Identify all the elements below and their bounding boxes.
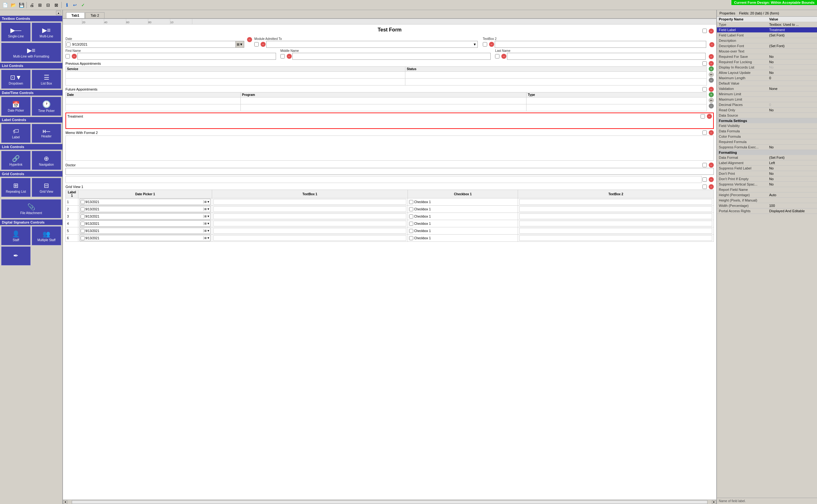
prev-appt-remove-btn[interactable]: − xyxy=(709,61,714,66)
date-checkbox[interactable] xyxy=(66,42,70,47)
date-remove-btn[interactable]: − xyxy=(247,37,252,42)
gv1-textbox2-input[interactable] xyxy=(519,221,712,226)
gv1-row-date[interactable]: 9/13/2021 ⊞▼ xyxy=(78,198,212,206)
grid3-button[interactable]: ⊠ xyxy=(53,1,60,9)
staff-control[interactable]: 👤 Staff xyxy=(1,226,31,245)
gv1-row-textbox1[interactable] xyxy=(212,206,408,213)
gv1-row-date[interactable]: 9/13/2021 ⊞▼ xyxy=(78,235,212,242)
memo-textarea[interactable] xyxy=(65,136,714,161)
treatment-remove-btn[interactable]: − xyxy=(707,114,712,119)
gv1-date-checkbox[interactable] xyxy=(81,207,85,211)
gv1-row-textbox2[interactable] xyxy=(518,235,714,242)
scroll-up-btn[interactable]: ▲ xyxy=(56,11,61,15)
multi-line-control[interactable]: ▶≡ Multi-Line xyxy=(32,23,61,42)
gv1-row-date[interactable]: 9/13/2021 ⊞▼ xyxy=(78,220,212,227)
gv1-textbox1-input[interactable] xyxy=(214,199,406,205)
save-button[interactable]: 💾 xyxy=(18,1,25,9)
gv1-date-btn[interactable]: ⊞▼ xyxy=(203,200,210,203)
gv1-textbox2-input[interactable] xyxy=(519,206,712,212)
gv1-row-checkbox1[interactable]: Checkbox 1 xyxy=(408,198,518,206)
future-appt-remove-btn[interactable]: − xyxy=(709,87,714,92)
date-picker-btn[interactable]: ⊞▼ xyxy=(236,41,244,47)
treatment-input-area[interactable] xyxy=(66,119,713,128)
future-appt-add-btn[interactable]: + xyxy=(709,92,714,97)
gv1-row-checkbox1[interactable]: Checkbox 1 xyxy=(408,206,518,213)
gv1-date-checkbox[interactable] xyxy=(81,229,85,233)
grid-view-control[interactable]: ⊟ Grid View xyxy=(32,178,61,197)
scroll-left-btn[interactable]: ◄ xyxy=(63,500,67,504)
gv1-textbox2-input[interactable] xyxy=(519,235,712,241)
gv1-checkbox1[interactable] xyxy=(409,229,413,233)
gv1-textbox1-input[interactable] xyxy=(214,213,406,219)
gv1-textbox2-input[interactable] xyxy=(519,199,712,205)
scrollbar-track[interactable] xyxy=(72,500,708,504)
multi-line-format-control[interactable]: ▶≡ Multi-Line with Formatting xyxy=(1,43,61,62)
prev-appt-minus-btn[interactable]: − xyxy=(709,78,714,83)
future-appt-edit-btn[interactable]: ✏ xyxy=(709,98,714,103)
prev-appt-add-btn[interactable]: + xyxy=(709,66,714,71)
gv1-row-textbox1[interactable] xyxy=(212,220,408,227)
doctor-remove-btn[interactable]: − xyxy=(709,163,714,168)
gv1-date-checkbox[interactable] xyxy=(81,214,85,219)
gv1-textbox1-input[interactable] xyxy=(214,228,406,234)
grid1-button[interactable]: ⊞ xyxy=(36,1,44,9)
gv1-textbox1-input[interactable] xyxy=(214,221,406,226)
gv1-row-textbox2[interactable] xyxy=(518,213,714,220)
tab-tab2[interactable]: Tab 2 xyxy=(85,12,104,18)
gv1-row-textbox1[interactable] xyxy=(212,227,408,235)
empty-row-checkbox[interactable] xyxy=(703,177,707,182)
gv1-row-checkbox1[interactable]: Checkbox 1 xyxy=(408,213,518,220)
future-appt-checkbox[interactable] xyxy=(703,87,707,91)
gv1-textbox1-input[interactable] xyxy=(214,206,406,212)
gv1-date-checkbox[interactable] xyxy=(81,222,85,226)
treatment-input[interactable] xyxy=(67,120,712,127)
label-control[interactable]: 🏷 Label xyxy=(1,124,31,143)
gv1-row-textbox2[interactable] xyxy=(518,206,714,213)
gv1-date-btn[interactable]: ⊞▼ xyxy=(203,208,210,211)
module-dropdown[interactable]: ▼ xyxy=(266,41,478,48)
gv1-row-textbox2[interactable] xyxy=(518,198,714,206)
gv1-date-checkbox[interactable] xyxy=(81,200,85,204)
form-title-checkbox[interactable] xyxy=(703,29,707,33)
textbox2-input[interactable] xyxy=(495,41,706,48)
gv1-row-checkbox1[interactable]: Checkbox 1 xyxy=(408,235,518,242)
gv1-row-textbox2[interactable] xyxy=(518,220,714,227)
gv1-row-date[interactable]: 9/13/2021 ⊞▼ xyxy=(78,206,212,213)
gv1-textbox2-input[interactable] xyxy=(519,213,712,219)
lastname-checkbox[interactable] xyxy=(495,54,499,58)
scroll-right-btn[interactable]: ► xyxy=(712,500,716,504)
middlename-input[interactable] xyxy=(292,53,491,60)
empty-field[interactable] xyxy=(65,176,702,183)
gv1-date-btn[interactable]: ⊞▼ xyxy=(203,229,210,232)
gv1-row-checkbox1[interactable]: Checkbox 1 xyxy=(408,227,518,235)
memo-remove-btn[interactable]: − xyxy=(709,130,714,135)
doctor-checkbox[interactable] xyxy=(703,163,707,167)
bottom-scrollbar[interactable]: ◄ ► xyxy=(63,500,716,504)
grid2-button[interactable]: ⊟ xyxy=(44,1,52,9)
gv1-checkbox1[interactable] xyxy=(409,236,413,240)
middlename-remove-btn[interactable]: − xyxy=(287,54,292,59)
gv1-checkbox1[interactable] xyxy=(409,200,413,204)
listbox-control[interactable]: ☰ List Box xyxy=(32,70,61,89)
gv1-row-textbox2[interactable] xyxy=(518,227,714,235)
form-title-remove-btn[interactable]: − xyxy=(709,29,714,34)
gv1-row-date[interactable]: 9/13/2021 ⊞▼ xyxy=(78,213,212,220)
gv1-row-textbox1[interactable] xyxy=(212,213,408,220)
single-line-control[interactable]: ▶— Single-Line xyxy=(1,23,31,42)
lastname-row-remove-btn[interactable]: − xyxy=(501,54,506,59)
navigation-control[interactable]: ⊕ Navigation xyxy=(32,151,61,170)
print-button[interactable]: 🖨 xyxy=(28,1,36,9)
doctor-input[interactable] xyxy=(65,168,714,175)
grid-view1-checkbox[interactable] xyxy=(703,185,707,189)
gv1-date-btn[interactable]: ⊞▼ xyxy=(203,215,210,218)
tab-tab1[interactable]: Tab1 xyxy=(66,12,85,18)
gv1-row-textbox1[interactable] xyxy=(212,235,408,242)
gv1-textbox2-input[interactable] xyxy=(519,228,712,234)
prev-appt-edit-btn[interactable]: ✏ xyxy=(709,72,714,77)
gv1-date-checkbox[interactable] xyxy=(81,236,85,240)
gv1-checkbox1[interactable] xyxy=(409,222,413,226)
textbox2-row-remove-btn[interactable]: − xyxy=(709,42,714,47)
gv1-checkbox1[interactable] xyxy=(409,214,413,219)
gv1-date-btn[interactable]: ⊞▼ xyxy=(203,236,210,240)
info-button[interactable]: ℹ xyxy=(63,1,70,9)
